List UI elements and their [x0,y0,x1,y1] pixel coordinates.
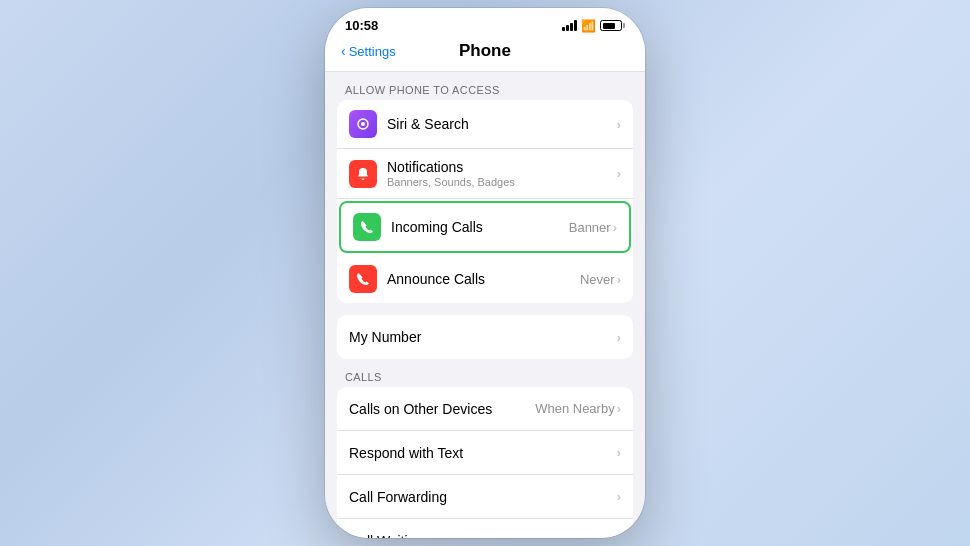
list-item-announce-calls[interactable]: Announce Calls Never › [337,255,633,303]
call-waiting-right: › [617,533,621,538]
back-button[interactable]: ‹ Settings [341,43,396,59]
call-forwarding-content: Call Forwarding [349,489,617,505]
back-chevron-icon: ‹ [341,43,346,59]
list-item-call-waiting[interactable]: Call Waiting › [337,519,633,538]
my-number-label: My Number [349,329,617,345]
notifications-content: Notifications Banners, Sounds, Badges [387,159,617,188]
signal-bars-icon [562,20,577,31]
calls-other-devices-content: Calls on Other Devices [349,401,535,417]
list-item-siri-search[interactable]: Siri & Search › [337,100,633,149]
incoming-calls-label: Incoming Calls [391,219,569,235]
siri-search-chevron-icon: › [617,117,621,132]
notifications-label: Notifications [387,159,617,175]
calls-other-devices-value: When Nearby [535,401,614,416]
announce-calls-content: Announce Calls [387,271,580,287]
call-forwarding-chevron-icon: › [617,489,621,504]
list-item-incoming-calls[interactable]: Incoming Calls Banner › [339,201,631,253]
list-item-respond-with-text[interactable]: Respond with Text › [337,431,633,475]
announce-calls-label: Announce Calls [387,271,580,287]
respond-with-text-label: Respond with Text [349,445,617,461]
siri-icon [355,116,371,132]
incoming-calls-content: Incoming Calls [391,219,569,235]
announce-calls-value: Never [580,272,615,287]
respond-with-text-right: › [617,445,621,460]
phone-announce-icon [355,271,371,287]
list-item-calls-other-devices[interactable]: Calls on Other Devices When Nearby › [337,387,633,431]
svg-point-1 [361,122,365,126]
call-waiting-content: Call Waiting [349,533,617,539]
list-item-call-forwarding[interactable]: Call Forwarding › [337,475,633,519]
siri-search-content: Siri & Search [387,116,617,132]
status-bar: 10:58 📶 [325,8,645,37]
list-item-my-number[interactable]: My Number › [337,315,633,359]
page-title: Phone [459,41,511,61]
nav-bar: ‹ Settings Phone [325,37,645,72]
incoming-calls-value: Banner [569,220,611,235]
list-item-notifications[interactable]: Notifications Banners, Sounds, Badges › [337,149,633,199]
call-forwarding-label: Call Forwarding [349,489,617,505]
notifications-bell-icon [355,166,371,182]
phone-incoming-icon [359,219,375,235]
my-number-list: My Number › [337,315,633,359]
announce-calls-right: Never › [580,272,621,287]
call-forwarding-right: › [617,489,621,504]
calls-list: Calls on Other Devices When Nearby › Res… [337,387,633,538]
respond-with-text-content: Respond with Text [349,445,617,461]
call-waiting-label: Call Waiting [349,533,617,539]
calls-other-devices-chevron-icon: › [617,401,621,416]
call-waiting-chevron-icon: › [617,533,621,538]
calls-other-devices-right: When Nearby › [535,401,621,416]
incoming-calls-icon-bg [353,213,381,241]
status-icons: 📶 [562,19,625,33]
notifications-icon-bg [349,160,377,188]
allow-access-list: Siri & Search › Notifications [337,100,633,303]
announce-calls-chevron-icon: › [617,272,621,287]
notifications-sublabel: Banners, Sounds, Badges [387,176,617,188]
section-allow-access: ALLOW PHONE TO ACCESS Siri & Search › [325,84,645,303]
section-header-allow-access: ALLOW PHONE TO ACCESS [325,84,645,100]
respond-with-text-chevron-icon: › [617,445,621,460]
announce-calls-icon-bg [349,265,377,293]
notifications-right: › [617,166,621,181]
siri-icon-bg [349,110,377,138]
siri-search-label: Siri & Search [387,116,617,132]
section-calls: CALLS Calls on Other Devices When Nearby… [325,371,645,538]
calls-other-devices-label: Calls on Other Devices [349,401,535,417]
status-time: 10:58 [345,18,378,33]
phone-frame: 10:58 📶 ‹ Settings Phone ALLOW PHONE T [325,8,645,538]
battery-icon [600,20,625,31]
gap-1 [325,303,645,315]
notifications-chevron-icon: › [617,166,621,181]
section-header-calls: CALLS [325,371,645,387]
my-number-chevron-icon: › [617,330,621,345]
incoming-calls-chevron-icon: › [613,220,617,235]
my-number-content: My Number [349,329,617,345]
wifi-icon: 📶 [581,19,596,33]
my-number-right: › [617,330,621,345]
siri-search-right: › [617,117,621,132]
settings-content: ALLOW PHONE TO ACCESS Siri & Search › [325,72,645,538]
back-label: Settings [349,44,396,59]
incoming-calls-right: Banner › [569,220,617,235]
